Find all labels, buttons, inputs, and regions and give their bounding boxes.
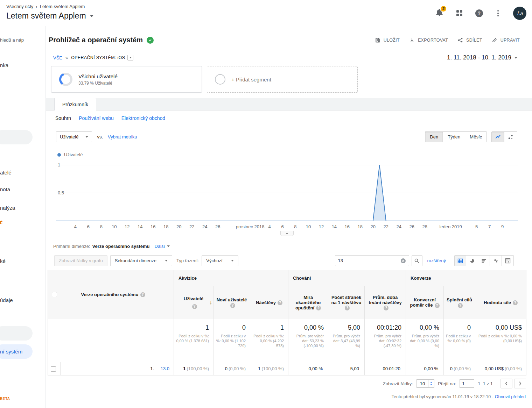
sidebar-pill-2[interactable] bbox=[0, 326, 33, 341]
help-icon[interactable]: ? bbox=[140, 292, 145, 297]
table-search-input[interactable] bbox=[338, 258, 400, 263]
select-arrows-icon bbox=[428, 380, 434, 387]
sidebar-item-value[interactable]: nota bbox=[0, 186, 10, 192]
save-button[interactable]: ULOŽIT bbox=[375, 37, 400, 43]
rows-per-page-select[interactable]: 10 bbox=[416, 379, 434, 388]
add-segment-card[interactable]: + Přidat segment bbox=[207, 66, 358, 93]
tab-explorer[interactable]: Průzkumník bbox=[54, 98, 96, 110]
column-header-avg-session-duration[interactable]: Prům. doba trvání návštěvy? bbox=[365, 286, 406, 319]
help-icon[interactable]: ? bbox=[230, 303, 235, 308]
motion-chart-button[interactable] bbox=[504, 131, 517, 142]
help-icon[interactable]: ? bbox=[345, 306, 350, 310]
search-button[interactable] bbox=[412, 255, 422, 266]
help-icon[interactable]: ? bbox=[435, 303, 440, 308]
select-all-checkbox[interactable] bbox=[52, 292, 57, 297]
subtab-summary[interactable]: Souhrn bbox=[55, 115, 71, 121]
comparison-view-button[interactable] bbox=[490, 255, 502, 266]
metric-dropdown[interactable]: Uživatelé bbox=[56, 131, 92, 142]
pivot-view-button[interactable] bbox=[502, 255, 514, 266]
help-icon[interactable]: ? bbox=[384, 306, 388, 310]
help-icon[interactable]: ? bbox=[316, 306, 321, 310]
chevron-down-icon bbox=[167, 245, 170, 247]
dimension-value-link[interactable]: 13.0 bbox=[161, 366, 169, 371]
more-dimensions-link[interactable]: Další bbox=[155, 244, 170, 249]
select-metric-link[interactable]: Vybrat metriku bbox=[108, 134, 137, 139]
sidebar-item-operating-system[interactable]: ní systém bbox=[0, 344, 33, 359]
column-header-new-users[interactable]: Noví uživatelé? bbox=[214, 286, 250, 319]
sidebar-item-data[interactable]: údaje bbox=[0, 297, 13, 303]
clear-search-button[interactable] bbox=[400, 258, 406, 264]
search-cluster: rozšířený bbox=[335, 255, 514, 266]
sidebar-beta-label: BETA bbox=[0, 397, 10, 401]
help-icon[interactable]: ? bbox=[192, 304, 197, 309]
help-icon[interactable]: ? bbox=[475, 9, 483, 17]
column-header-goal-completions[interactable]: Splnění cílů? bbox=[444, 286, 475, 319]
export-button[interactable]: EXPORTOVAT bbox=[409, 37, 448, 43]
x-tick-label: 20 bbox=[176, 224, 181, 229]
chart-expander-button[interactable] bbox=[280, 231, 294, 236]
performance-view-button[interactable] bbox=[478, 255, 490, 266]
overflow-menu-icon[interactable] bbox=[496, 9, 500, 18]
column-header-users[interactable]: ↓ Uživatelé ? bbox=[174, 286, 214, 319]
edit-button[interactable]: UPRAVIT bbox=[492, 37, 520, 43]
granularity-month-button[interactable]: Měsíc bbox=[465, 131, 487, 142]
sidebar-item-search[interactable]: hledů a náp bbox=[0, 37, 24, 43]
os-filter-chip[interactable]: OPERAČNÍ SYSTÉM: iOS bbox=[71, 55, 133, 60]
granularity-week-button[interactable]: Týden bbox=[443, 131, 465, 142]
primary-dimension-value[interactable]: Verze operačního systému bbox=[92, 244, 149, 249]
sidebar-item-home[interactable]: nka bbox=[0, 62, 8, 68]
account-switcher[interactable]: Letem světem Applem bbox=[6, 11, 93, 21]
subtab-ecommerce[interactable]: Elektronický obchod bbox=[121, 115, 165, 121]
granularity-day-button[interactable]: Den bbox=[425, 131, 443, 142]
table-view-icon bbox=[457, 258, 463, 264]
line-chart-button[interactable] bbox=[491, 131, 504, 142]
dimension-column-header[interactable]: Verze operačního systému? bbox=[48, 270, 174, 319]
sidebar-item-users[interactable]: atelé bbox=[0, 170, 12, 176]
x-tick-label: 20 bbox=[371, 224, 376, 229]
sidebar-item-ke[interactable]: ké bbox=[0, 258, 6, 264]
help-icon[interactable]: ? bbox=[513, 300, 518, 305]
column-header-pages-per-session[interactable]: Počet stránek na 1 návštěvu? bbox=[328, 286, 365, 319]
filter-all-link[interactable]: VŠE bbox=[53, 55, 62, 60]
chart-legend: Uživatelé bbox=[57, 152, 83, 157]
column-header-goal-conversion-rate[interactable]: Konverzní poměr cíle? bbox=[406, 286, 444, 319]
help-icon[interactable]: ? bbox=[458, 303, 463, 308]
refresh-report-link[interactable]: Obnovit přehled bbox=[495, 394, 526, 399]
advanced-filter-link[interactable]: rozšířený bbox=[427, 258, 446, 263]
report-generated-note: Tento přehled byl vygenerován 11.01.19 v… bbox=[392, 394, 526, 399]
help-icon[interactable]: ? bbox=[278, 300, 282, 305]
avatar[interactable]: La bbox=[513, 7, 526, 20]
goto-page-input[interactable] bbox=[460, 379, 474, 388]
sort-type-dropdown[interactable]: Výchozí bbox=[202, 255, 238, 266]
sidebar-pill[interactable] bbox=[0, 130, 33, 144]
plot-rows-button[interactable]: Zobrazit řádky v grafu bbox=[54, 255, 107, 266]
chip-dropdown-icon[interactable] bbox=[127, 55, 133, 60]
apps-grid-icon[interactable] bbox=[456, 10, 462, 16]
notifications-button[interactable]: 2 bbox=[435, 8, 443, 18]
x-tick-label: 22 bbox=[189, 224, 194, 229]
secondary-dimension-button[interactable]: Sekundární dimenze bbox=[110, 255, 172, 266]
x-tick-label: 4 bbox=[268, 224, 271, 229]
row-checkbox[interactable] bbox=[51, 366, 56, 372]
sort-desc-icon[interactable]: ↓ bbox=[210, 299, 212, 305]
share-button[interactable]: SDÍLET bbox=[457, 37, 482, 43]
column-header-bounce-rate[interactable]: Míra okamžitého opuštění? bbox=[288, 286, 328, 319]
account-title: Letem světem Applem bbox=[6, 11, 86, 21]
line-chart-icon bbox=[495, 134, 501, 140]
sidebar-item-analysis[interactable]: nalýza bbox=[0, 205, 15, 211]
x-tick-label: prosinec 2018 bbox=[236, 224, 265, 229]
chevron-right-icon bbox=[518, 381, 522, 386]
previous-page-button[interactable] bbox=[500, 379, 512, 388]
column-header-sessions[interactable]: Návštěvy? bbox=[250, 286, 288, 319]
data-view-button[interactable] bbox=[454, 255, 466, 266]
subtab-site-usage[interactable]: Používání webu bbox=[79, 115, 114, 121]
column-header-goal-value[interactable]: Hodnota cíle? bbox=[475, 286, 526, 319]
chart-xticks: 468101214161820222426prosinec 2018468101… bbox=[56, 224, 518, 230]
breadcrumb-all-accounts[interactable]: Všechny účty bbox=[6, 4, 33, 9]
segment-card-all-users[interactable]: Všichni uživatelé 33,79 % Uživatelé bbox=[51, 66, 202, 93]
percentage-view-button[interactable] bbox=[466, 255, 478, 266]
legend-label: Uživatelé bbox=[64, 152, 83, 157]
date-range-picker[interactable]: 1. 11. 2018 - 10. 1. 2019 bbox=[447, 54, 517, 61]
breadcrumb-account[interactable]: Letem světem Applem bbox=[40, 4, 85, 9]
next-page-button[interactable] bbox=[514, 379, 526, 388]
